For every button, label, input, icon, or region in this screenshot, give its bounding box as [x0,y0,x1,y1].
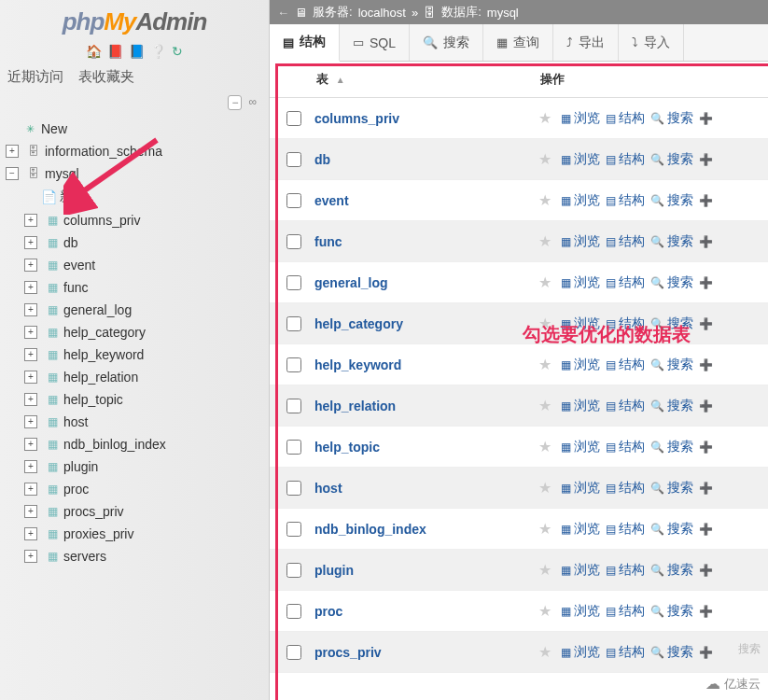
search-link[interactable]: 🔍搜索 [650,644,693,661]
nav-back-icon[interactable]: ← [277,6,289,20]
more-link[interactable]: ➕ [699,523,713,536]
expand-icon[interactable]: + [24,236,37,249]
expand-icon[interactable]: + [24,371,37,384]
structure-link[interactable]: ▤结构 [606,274,645,291]
row-checkbox[interactable] [286,563,301,578]
search-link[interactable]: 🔍搜索 [650,233,693,250]
tree-table[interactable]: +general_log [19,299,269,321]
structure-link[interactable]: ▤结构 [606,439,645,455]
expand-icon[interactable]: + [24,527,37,540]
browse-link[interactable]: ▦浏览 [561,274,600,291]
tree-table[interactable]: +db [19,231,269,254]
tree-db-info-schema[interactable]: +information_schema [0,140,269,162]
search-link[interactable]: 🔍搜索 [650,110,693,127]
more-link[interactable]: ➕ [699,194,713,207]
reload-icon[interactable]: ↻ [172,44,183,59]
table-name-link[interactable]: columns_priv [314,111,538,126]
structure-link[interactable]: ▤结构 [606,562,645,579]
tree-table[interactable]: +help_relation [19,366,269,388]
expand-icon[interactable]: + [24,281,37,294]
collapse-icon[interactable]: − [6,167,19,180]
expand-icon[interactable]: + [24,214,37,227]
tree-table[interactable]: +event [19,254,269,276]
more-link[interactable]: ➕ [699,276,713,289]
search-link[interactable]: 🔍搜索 [650,603,693,620]
tree-table[interactable]: +host [19,411,269,433]
db-link[interactable]: mysql [487,6,519,20]
favorite-icon[interactable]: ★ [538,109,552,127]
row-checkbox[interactable] [286,522,301,537]
search-link[interactable]: 🔍搜索 [650,274,693,291]
table-name-link[interactable]: host [314,481,538,496]
docs-icon[interactable]: ❔ [150,44,166,59]
more-link[interactable]: ➕ [699,317,713,330]
table-name-link[interactable]: func [314,234,538,249]
tree-table[interactable]: +proxies_priv [19,523,269,545]
more-link[interactable]: ➕ [699,358,713,371]
table-name-link[interactable]: general_log [314,275,538,290]
tab-搜索[interactable]: 🔍搜索 [410,24,483,61]
favorite-icon[interactable]: ★ [538,273,552,291]
row-checkbox[interactable] [286,275,301,290]
expand-icon[interactable]: + [24,460,37,473]
sql-icon[interactable]: 📘 [129,44,145,59]
logo[interactable]: phpMyAdmin [0,0,269,40]
structure-link[interactable]: ▤结构 [606,521,645,538]
table-name-link[interactable]: ndb_binlog_index [314,522,538,537]
more-link[interactable]: ➕ [699,482,713,495]
more-link[interactable]: ➕ [699,112,713,125]
row-checkbox[interactable] [286,316,301,331]
favorite-icon[interactable]: ★ [538,561,552,579]
more-link[interactable]: ➕ [699,235,713,248]
search-link[interactable]: 🔍搜索 [650,480,693,497]
tab-导出[interactable]: ⤴导出 [553,24,619,61]
browse-link[interactable]: ▦浏览 [561,562,600,579]
search-link[interactable]: 🔍搜索 [650,315,693,332]
expand-icon[interactable]: + [6,145,19,158]
tree-table[interactable]: +servers [19,545,269,567]
table-name-link[interactable]: db [314,152,538,167]
structure-link[interactable]: ▤结构 [606,315,645,332]
more-link[interactable]: ➕ [699,605,713,618]
row-checkbox[interactable] [286,234,301,249]
row-checkbox[interactable] [286,111,301,126]
browse-link[interactable]: ▦浏览 [561,151,600,168]
structure-link[interactable]: ▤结构 [606,603,645,620]
collapse-tree-icon[interactable]: − [228,95,242,110]
tree-table[interactable]: +func [19,276,269,299]
home-icon[interactable]: 🏠 [86,44,102,59]
tree-new[interactable]: New [0,118,269,140]
search-link[interactable]: 🔍搜索 [650,439,693,455]
row-checkbox[interactable] [286,399,301,413]
table-name-link[interactable]: proc [314,604,538,619]
structure-link[interactable]: ▤结构 [606,357,645,373]
tree-table[interactable]: +help_category [19,321,269,343]
tree-table[interactable]: +ndb_binlog_index [19,433,269,455]
table-name-link[interactable]: procs_priv [314,645,538,660]
structure-link[interactable]: ▤结构 [606,233,645,250]
tree-table[interactable]: +plugin [19,455,269,478]
tab-查询[interactable]: ▦查询 [483,24,553,61]
structure-link[interactable]: ▤结构 [606,110,645,127]
tab-recent[interactable]: 近期访问 [7,68,63,86]
expand-icon[interactable]: + [24,550,37,563]
browse-link[interactable]: ▦浏览 [561,110,600,127]
col-name-label[interactable]: 表 [316,72,328,86]
expand-icon[interactable]: + [24,303,37,316]
browse-link[interactable]: ▦浏览 [561,357,600,373]
browse-link[interactable]: ▦浏览 [561,439,600,455]
tree-table[interactable]: +columns_priv [19,209,269,231]
expand-icon[interactable]: + [24,438,37,451]
tree-table[interactable]: +proc [19,478,269,500]
more-link[interactable]: ➕ [699,564,713,577]
expand-icon[interactable]: + [24,393,37,406]
structure-link[interactable]: ▤结构 [606,644,645,661]
table-name-link[interactable]: help_relation [314,399,538,413]
structure-link[interactable]: ▤结构 [606,192,645,209]
browse-link[interactable]: ▦浏览 [561,315,600,332]
favorite-icon[interactable]: ★ [538,438,552,455]
more-link[interactable]: ➕ [699,153,713,166]
expand-icon[interactable]: + [24,259,37,272]
favorite-icon[interactable]: ★ [538,397,552,414]
browse-link[interactable]: ▦浏览 [561,644,600,661]
